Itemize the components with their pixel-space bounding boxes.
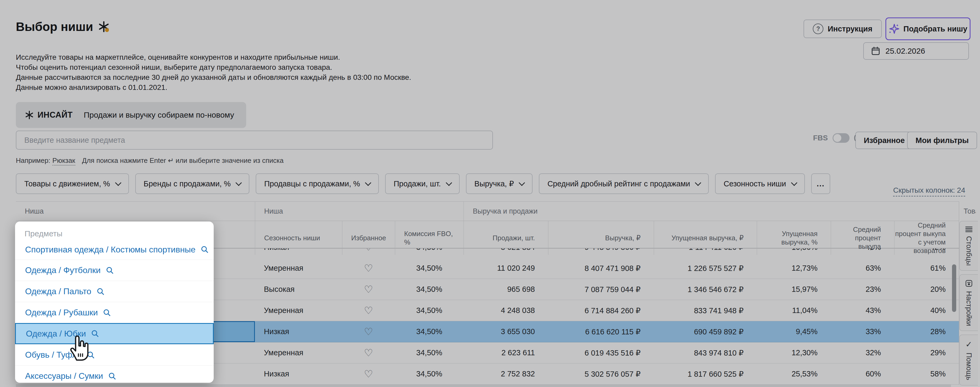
dropdown-group-header: Предметы bbox=[15, 221, 214, 246]
niche-selection-page: Выбор ниши ? Инструкция Подобрать нишу bbox=[0, 0, 980, 387]
search-icon bbox=[87, 351, 95, 359]
dropdown-item[interactable]: Одежда / Футболки bbox=[15, 260, 214, 281]
dropdown-item-label: Обувь / Туфли bbox=[25, 350, 82, 360]
dropdown-item[interactable]: Одежда / Рубашки bbox=[15, 302, 214, 323]
dropdown-item[interactable]: Аксессуары / Сумки bbox=[15, 365, 214, 383]
dropdown-item-label: Одежда / Рубашки bbox=[25, 308, 98, 317]
dropdown-item-label: Одежда / Юбки bbox=[26, 329, 86, 339]
dropdown-item-label: Одежда / Футболки bbox=[25, 265, 101, 275]
search-icon bbox=[108, 372, 116, 380]
dropdown-item-hovered[interactable]: Одежда / Юбки bbox=[15, 323, 214, 344]
dropdown-item-label: Одежда / Пальто bbox=[25, 287, 91, 296]
search-icon bbox=[103, 309, 111, 317]
subjects-dropdown: Предметы Спортивная одежда / Костюмы спо… bbox=[15, 221, 214, 383]
search-icon bbox=[106, 266, 114, 274]
search-icon bbox=[97, 288, 105, 296]
dropdown-item-label: Аксессуары / Сумки bbox=[25, 371, 103, 381]
dropdown-item[interactable]: Обувь / Туфли bbox=[15, 344, 214, 365]
dropdown-item-label: Спортивная одежда / Костюмы спортивные bbox=[25, 246, 196, 255]
dropdown-item-clipped[interactable]: Спортивная одежда / Костюмы спортивные bbox=[15, 246, 214, 260]
search-icon bbox=[201, 246, 209, 253]
dropdown-item[interactable]: Одежда / Пальто bbox=[15, 281, 214, 302]
search-icon bbox=[91, 330, 99, 338]
